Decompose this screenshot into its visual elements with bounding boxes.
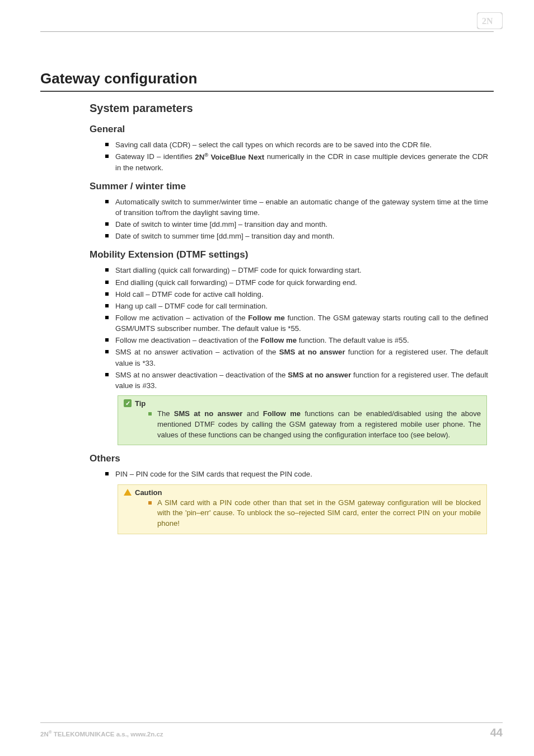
list-item: Follow me activation – activation of the…: [105, 312, 488, 334]
list-item: PIN – PIN code for the SIM cards that re…: [105, 469, 488, 479]
brand-logo-icon: 2N: [477, 12, 503, 29]
list-item: SMS at no answer deactivation – deactiva…: [105, 370, 488, 391]
header-rule: [40, 31, 494, 32]
heading-others: Others: [90, 453, 494, 464]
caution-icon: [124, 489, 132, 496]
footer-company: 2N® TELEKOMUNIKACE a.s., www.2n.cz: [40, 730, 163, 738]
list-item: Start dialling (quick call forwarding) –…: [105, 265, 488, 276]
list-item: Hold call – DTMF code for active call ho…: [105, 289, 488, 300]
footer-page-number: 44: [490, 726, 503, 739]
list-item: Date of switch to summer time [dd.mm] – …: [105, 231, 488, 241]
list-item: End dialling (quick call forwarding) – D…: [105, 277, 488, 288]
heading-system-parameters: System parameters: [90, 102, 494, 115]
page-footer: 2N® TELEKOMUNIKACE a.s., www.2n.cz 44: [40, 722, 503, 739]
list-item: Gateway ID – identifies 2N® VoiceBlue Ne…: [105, 151, 488, 173]
list-general: Saving call data (CDR) – select the call…: [105, 139, 488, 173]
caution-text: A SIM card with a PIN code other than th…: [148, 498, 481, 530]
list-item: Automatically switch to summer/winter ti…: [105, 197, 488, 218]
list-item: Hang up call – DTMF code for call termin…: [105, 301, 488, 311]
tip-text: The SMS at no answer and Follow me funct…: [148, 409, 481, 441]
list-others: PIN – PIN code for the SIM cards that re…: [105, 469, 488, 479]
list-mobility: Start dialling (quick call forwarding) –…: [105, 265, 488, 391]
heading-general: General: [90, 124, 494, 135]
caution-label: Caution: [135, 488, 162, 497]
list-item: Date of switch to winter time [dd.mm] – …: [105, 219, 488, 230]
callout-tip: ✓ Tip The SMS at no answer and Follow me…: [118, 395, 487, 446]
svg-text:2N: 2N: [482, 16, 493, 26]
heading-summer-winter: Summer / winter time: [90, 181, 494, 192]
callout-caution: Caution A SIM card with a PIN code other…: [118, 484, 487, 535]
list-summer-winter: Automatically switch to summer/winter ti…: [105, 197, 488, 242]
title-rule: [40, 91, 494, 92]
list-item: Saving call data (CDR) – select the call…: [105, 139, 488, 150]
tip-label: Tip: [135, 399, 146, 408]
tip-icon: ✓: [124, 399, 132, 407]
heading-mobility: Mobility Extension (DTMF settings): [90, 249, 494, 260]
list-item: Follow me deactivation – deactivation of…: [105, 335, 488, 346]
page-title: Gateway configuration: [40, 70, 494, 87]
list-item: SMS at no answer activation – activation…: [105, 347, 488, 368]
footer-rule: [40, 722, 503, 723]
